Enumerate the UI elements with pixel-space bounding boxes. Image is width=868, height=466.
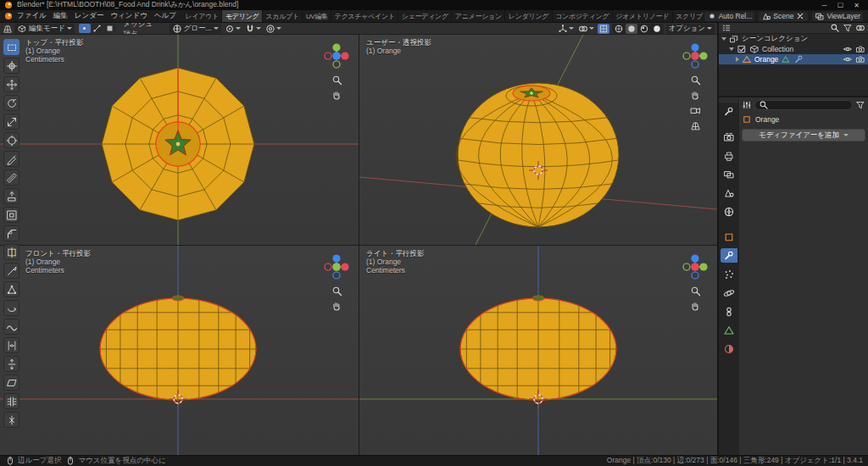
tool-spin[interactable] xyxy=(3,300,19,316)
viewport-top-left[interactable]: トップ・平行投影 (1) Orange Centimeters xyxy=(0,35,359,245)
close-button[interactable]: ✕ xyxy=(849,2,865,9)
viewport-gizmo[interactable] xyxy=(320,252,353,312)
expand-icon[interactable] xyxy=(729,47,734,51)
tool-annotate[interactable] xyxy=(3,151,19,167)
disable-in-render-icon[interactable] xyxy=(855,44,865,54)
properties-tab-render[interactable] xyxy=(721,130,737,144)
properties-tab-scene[interactable] xyxy=(721,186,737,200)
zoom-icon[interactable] xyxy=(690,286,701,297)
vertex-select-mode[interactable] xyxy=(79,24,91,33)
viewport-bottom-left[interactable]: フロント・平行投影 (1) Orange Centimeters xyxy=(0,246,359,455)
outliner-collection[interactable]: Collection xyxy=(719,44,868,54)
menu-edit[interactable]: 編集 xyxy=(50,10,71,22)
workspace-tab-modeling[interactable]: モデリング xyxy=(222,10,262,22)
viewport-top-right[interactable]: ユーザー・透視投影 (1) Orange xyxy=(359,35,717,245)
orange-mesh-side-view[interactable] xyxy=(460,296,616,400)
workspace-tab-sculpting[interactable]: スカルプト xyxy=(263,10,303,22)
pivot-selector[interactable] xyxy=(224,24,242,34)
filter-icon[interactable] xyxy=(855,100,865,110)
zoom-icon[interactable] xyxy=(331,75,342,86)
tool-shrink-fatten[interactable] xyxy=(3,356,19,372)
properties-search-input[interactable] xyxy=(754,100,853,110)
maximize-button[interactable]: ☐ xyxy=(832,2,849,9)
tool-select-box[interactable] xyxy=(3,39,19,55)
tool-edge-slide[interactable] xyxy=(3,337,19,353)
disable-in-render-icon[interactable] xyxy=(855,54,865,64)
properties-tab-world[interactable] xyxy=(721,204,737,219)
orientation-selector[interactable]: グロー... xyxy=(170,24,221,34)
workspace-tab-rendering[interactable]: レンダリング xyxy=(505,10,552,22)
editor-type-selector[interactable] xyxy=(3,24,13,34)
minimize-button[interactable]: ─ xyxy=(816,2,832,9)
pan-hand-icon[interactable] xyxy=(690,90,701,101)
outliner-editor-icon[interactable] xyxy=(721,23,732,33)
tool-smooth[interactable] xyxy=(3,319,19,335)
hide-in-viewport-icon[interactable] xyxy=(843,44,853,54)
hide-in-viewport-icon[interactable] xyxy=(843,54,853,64)
axis-gizmo[interactable] xyxy=(322,252,351,281)
orange-mesh-side-view[interactable] xyxy=(100,296,256,400)
shading-rendered-button[interactable] xyxy=(651,24,663,34)
viewport-canvas-front[interactable] xyxy=(0,246,359,455)
collection-checkbox[interactable] xyxy=(737,44,747,54)
expand-icon[interactable] xyxy=(736,57,739,62)
face-select-mode[interactable] xyxy=(104,24,116,33)
viewport-gizmo[interactable] xyxy=(678,252,712,312)
tool-rotate[interactable] xyxy=(3,95,19,111)
scene-selector[interactable]: Scene xyxy=(759,12,808,21)
properties-tab-object[interactable] xyxy=(721,230,737,244)
menu-file[interactable]: ファイル xyxy=(14,10,50,22)
zoom-icon[interactable] xyxy=(331,286,342,297)
proportional-edit-toggle[interactable] xyxy=(264,24,282,34)
gizmo-toggle[interactable] xyxy=(557,24,575,34)
tool-knife[interactable] xyxy=(3,263,19,279)
orange-mesh-top-view[interactable] xyxy=(102,68,254,220)
pan-hand-icon[interactable] xyxy=(331,301,342,312)
workspace-tab-compositing[interactable]: コンポジティング xyxy=(553,10,613,22)
menu-window[interactable]: ウィンドウ xyxy=(107,10,151,22)
pan-hand-icon[interactable] xyxy=(331,90,342,101)
tool-poly-build[interactable] xyxy=(3,281,19,297)
workspace-tab-texture-paint[interactable]: テクスチャペイント xyxy=(331,10,398,22)
tool-loop-cut[interactable] xyxy=(3,244,19,260)
workspace-tab-shading[interactable]: シェーディング xyxy=(398,10,452,22)
tool-move[interactable] xyxy=(3,76,19,92)
properties-tab-data[interactable] xyxy=(721,323,737,337)
edge-select-mode[interactable] xyxy=(92,24,103,33)
expand-icon[interactable] xyxy=(721,37,726,41)
orange-mesh-perspective[interactable] xyxy=(456,83,619,227)
properties-tab-particles[interactable] xyxy=(721,267,737,281)
tool-measure[interactable] xyxy=(3,169,19,186)
pan-hand-icon[interactable] xyxy=(690,301,701,312)
shading-wireframe-button[interactable] xyxy=(613,24,625,34)
snap-toggle[interactable] xyxy=(244,24,262,34)
viewport-gizmo[interactable] xyxy=(320,42,353,101)
properties-tab-physics[interactable] xyxy=(721,286,737,300)
outliner-scene-collection[interactable]: シーンコレクション xyxy=(719,34,868,44)
axis-gizmo[interactable] xyxy=(322,42,351,70)
view-layer-selector[interactable]: ViewLayer xyxy=(812,12,863,21)
workspace-tab-scripting[interactable]: スクリプト作成 xyxy=(673,10,704,22)
menu-render[interactable]: レンダー xyxy=(71,10,108,22)
outliner-object-orange[interactable]: Orange xyxy=(719,54,868,64)
tool-rip-region[interactable] xyxy=(3,393,19,409)
search-icon[interactable] xyxy=(830,23,840,33)
properties-tab-output[interactable] xyxy=(721,148,737,163)
properties-tab-view-layer[interactable] xyxy=(721,167,737,181)
zoom-icon[interactable] xyxy=(690,75,701,86)
tool-inset-faces[interactable] xyxy=(3,207,19,223)
viewport-canvas-right[interactable] xyxy=(359,246,717,455)
camera-view-icon[interactable] xyxy=(690,105,701,116)
properties-tab-constraints[interactable] xyxy=(721,304,737,319)
perspective-icon[interactable] xyxy=(690,120,701,131)
tool-bevel[interactable] xyxy=(3,225,19,241)
shading-material-button[interactable] xyxy=(638,24,650,34)
workspace-tab-uv-editing[interactable]: UV編集 xyxy=(303,10,331,22)
workspace-tab-animation[interactable]: アニメーション xyxy=(452,10,505,22)
unlink-scene-icon[interactable] xyxy=(795,11,805,21)
outliner-options-icon[interactable] xyxy=(855,23,865,33)
tool-scale[interactable] xyxy=(3,114,19,130)
tool-rip-edge[interactable] xyxy=(3,412,19,428)
filter-icon[interactable] xyxy=(843,23,853,33)
workspace-tab-layout[interactable]: レイアウト xyxy=(182,10,222,22)
